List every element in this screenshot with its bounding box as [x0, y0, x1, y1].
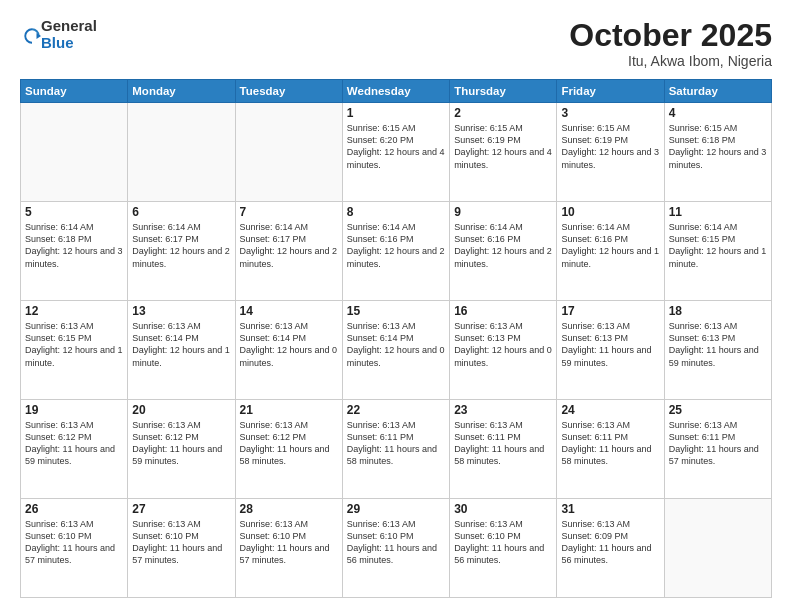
day-info: Sunrise: 6:13 AM Sunset: 6:14 PM Dayligh… — [347, 320, 445, 369]
table-row: 10Sunrise: 6:14 AM Sunset: 6:16 PM Dayli… — [557, 202, 664, 301]
weekday-header-row: Sunday Monday Tuesday Wednesday Thursday… — [21, 80, 772, 103]
day-number: 24 — [561, 403, 659, 417]
day-number: 21 — [240, 403, 338, 417]
calendar-table: Sunday Monday Tuesday Wednesday Thursday… — [20, 79, 772, 598]
table-row: 19Sunrise: 6:13 AM Sunset: 6:12 PM Dayli… — [21, 400, 128, 499]
day-number: 30 — [454, 502, 552, 516]
table-row: 16Sunrise: 6:13 AM Sunset: 6:13 PM Dayli… — [450, 301, 557, 400]
day-number: 11 — [669, 205, 767, 219]
table-row — [21, 103, 128, 202]
logo-icon — [23, 27, 41, 45]
day-number: 7 — [240, 205, 338, 219]
day-number: 20 — [132, 403, 230, 417]
day-info: Sunrise: 6:13 AM Sunset: 6:11 PM Dayligh… — [347, 419, 445, 468]
day-number: 13 — [132, 304, 230, 318]
header-thursday: Thursday — [450, 80, 557, 103]
day-info: Sunrise: 6:13 AM Sunset: 6:10 PM Dayligh… — [454, 518, 552, 567]
day-number: 5 — [25, 205, 123, 219]
table-row: 21Sunrise: 6:13 AM Sunset: 6:12 PM Dayli… — [235, 400, 342, 499]
day-number: 31 — [561, 502, 659, 516]
day-info: Sunrise: 6:13 AM Sunset: 6:12 PM Dayligh… — [240, 419, 338, 468]
day-number: 22 — [347, 403, 445, 417]
calendar-week-row: 5Sunrise: 6:14 AM Sunset: 6:18 PM Daylig… — [21, 202, 772, 301]
day-number: 2 — [454, 106, 552, 120]
day-info: Sunrise: 6:13 AM Sunset: 6:13 PM Dayligh… — [454, 320, 552, 369]
day-number: 12 — [25, 304, 123, 318]
day-info: Sunrise: 6:13 AM Sunset: 6:12 PM Dayligh… — [132, 419, 230, 468]
day-info: Sunrise: 6:13 AM Sunset: 6:11 PM Dayligh… — [561, 419, 659, 468]
day-number: 9 — [454, 205, 552, 219]
day-number: 1 — [347, 106, 445, 120]
table-row — [128, 103, 235, 202]
day-info: Sunrise: 6:14 AM Sunset: 6:18 PM Dayligh… — [25, 221, 123, 270]
day-info: Sunrise: 6:13 AM Sunset: 6:11 PM Dayligh… — [669, 419, 767, 468]
table-row: 11Sunrise: 6:14 AM Sunset: 6:15 PM Dayli… — [664, 202, 771, 301]
logo: General Blue — [20, 18, 97, 51]
table-row: 27Sunrise: 6:13 AM Sunset: 6:10 PM Dayli… — [128, 499, 235, 598]
day-info: Sunrise: 6:13 AM Sunset: 6:10 PM Dayligh… — [347, 518, 445, 567]
header-monday: Monday — [128, 80, 235, 103]
table-row: 2Sunrise: 6:15 AM Sunset: 6:19 PM Daylig… — [450, 103, 557, 202]
day-info: Sunrise: 6:13 AM Sunset: 6:13 PM Dayligh… — [561, 320, 659, 369]
day-number: 6 — [132, 205, 230, 219]
day-number: 3 — [561, 106, 659, 120]
table-row: 15Sunrise: 6:13 AM Sunset: 6:14 PM Dayli… — [342, 301, 449, 400]
day-number: 23 — [454, 403, 552, 417]
day-info: Sunrise: 6:14 AM Sunset: 6:16 PM Dayligh… — [347, 221, 445, 270]
day-info: Sunrise: 6:13 AM Sunset: 6:14 PM Dayligh… — [240, 320, 338, 369]
table-row: 7Sunrise: 6:14 AM Sunset: 6:17 PM Daylig… — [235, 202, 342, 301]
day-info: Sunrise: 6:14 AM Sunset: 6:17 PM Dayligh… — [240, 221, 338, 270]
header-tuesday: Tuesday — [235, 80, 342, 103]
calendar-week-row: 1Sunrise: 6:15 AM Sunset: 6:20 PM Daylig… — [21, 103, 772, 202]
day-number: 27 — [132, 502, 230, 516]
table-row: 23Sunrise: 6:13 AM Sunset: 6:11 PM Dayli… — [450, 400, 557, 499]
calendar-week-row: 19Sunrise: 6:13 AM Sunset: 6:12 PM Dayli… — [21, 400, 772, 499]
day-number: 8 — [347, 205, 445, 219]
day-number: 17 — [561, 304, 659, 318]
header-friday: Friday — [557, 80, 664, 103]
logo-text: General Blue — [41, 18, 97, 51]
table-row: 17Sunrise: 6:13 AM Sunset: 6:13 PM Dayli… — [557, 301, 664, 400]
day-info: Sunrise: 6:14 AM Sunset: 6:17 PM Dayligh… — [132, 221, 230, 270]
day-info: Sunrise: 6:13 AM Sunset: 6:14 PM Dayligh… — [132, 320, 230, 369]
day-info: Sunrise: 6:15 AM Sunset: 6:19 PM Dayligh… — [561, 122, 659, 171]
header: General Blue October 2025 Itu, Akwa Ibom… — [20, 18, 772, 69]
day-info: Sunrise: 6:14 AM Sunset: 6:16 PM Dayligh… — [454, 221, 552, 270]
table-row: 26Sunrise: 6:13 AM Sunset: 6:10 PM Dayli… — [21, 499, 128, 598]
calendar-week-row: 26Sunrise: 6:13 AM Sunset: 6:10 PM Dayli… — [21, 499, 772, 598]
day-info: Sunrise: 6:13 AM Sunset: 6:10 PM Dayligh… — [240, 518, 338, 567]
table-row: 20Sunrise: 6:13 AM Sunset: 6:12 PM Dayli… — [128, 400, 235, 499]
day-info: Sunrise: 6:13 AM Sunset: 6:10 PM Dayligh… — [132, 518, 230, 567]
day-number: 29 — [347, 502, 445, 516]
header-sunday: Sunday — [21, 80, 128, 103]
day-number: 10 — [561, 205, 659, 219]
table-row: 18Sunrise: 6:13 AM Sunset: 6:13 PM Dayli… — [664, 301, 771, 400]
day-number: 15 — [347, 304, 445, 318]
day-info: Sunrise: 6:14 AM Sunset: 6:16 PM Dayligh… — [561, 221, 659, 270]
calendar-location: Itu, Akwa Ibom, Nigeria — [569, 53, 772, 69]
table-row: 3Sunrise: 6:15 AM Sunset: 6:19 PM Daylig… — [557, 103, 664, 202]
logo-general-label: General — [41, 18, 97, 35]
day-number: 14 — [240, 304, 338, 318]
table-row: 13Sunrise: 6:13 AM Sunset: 6:14 PM Dayli… — [128, 301, 235, 400]
day-number: 26 — [25, 502, 123, 516]
day-info: Sunrise: 6:13 AM Sunset: 6:10 PM Dayligh… — [25, 518, 123, 567]
day-number: 28 — [240, 502, 338, 516]
day-number: 25 — [669, 403, 767, 417]
table-row: 31Sunrise: 6:13 AM Sunset: 6:09 PM Dayli… — [557, 499, 664, 598]
table-row: 12Sunrise: 6:13 AM Sunset: 6:15 PM Dayli… — [21, 301, 128, 400]
day-info: Sunrise: 6:14 AM Sunset: 6:15 PM Dayligh… — [669, 221, 767, 270]
day-info: Sunrise: 6:13 AM Sunset: 6:11 PM Dayligh… — [454, 419, 552, 468]
table-row: 25Sunrise: 6:13 AM Sunset: 6:11 PM Dayli… — [664, 400, 771, 499]
logo-blue-label: Blue — [41, 35, 97, 52]
day-number: 18 — [669, 304, 767, 318]
day-info: Sunrise: 6:15 AM Sunset: 6:19 PM Dayligh… — [454, 122, 552, 171]
table-row: 29Sunrise: 6:13 AM Sunset: 6:10 PM Dayli… — [342, 499, 449, 598]
day-info: Sunrise: 6:13 AM Sunset: 6:13 PM Dayligh… — [669, 320, 767, 369]
table-row: 4Sunrise: 6:15 AM Sunset: 6:18 PM Daylig… — [664, 103, 771, 202]
day-number: 4 — [669, 106, 767, 120]
table-row: 9Sunrise: 6:14 AM Sunset: 6:16 PM Daylig… — [450, 202, 557, 301]
table-row: 22Sunrise: 6:13 AM Sunset: 6:11 PM Dayli… — [342, 400, 449, 499]
calendar-week-row: 12Sunrise: 6:13 AM Sunset: 6:15 PM Dayli… — [21, 301, 772, 400]
header-saturday: Saturday — [664, 80, 771, 103]
